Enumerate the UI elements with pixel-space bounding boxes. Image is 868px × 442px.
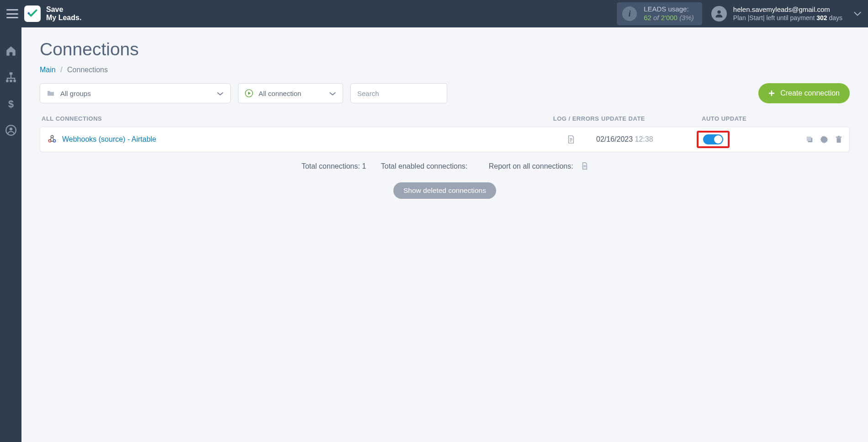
groups-select-label: All groups (60, 90, 91, 97)
auto-update-toggle[interactable] (703, 134, 723, 144)
svg-rect-2 (9, 72, 12, 75)
svg-text:$: $ (8, 98, 13, 110)
brand-name: Save My Leads. (46, 5, 81, 22)
auto-update-highlight (697, 131, 730, 148)
play-circle-icon (245, 89, 253, 97)
user-icon[interactable] (5, 124, 17, 136)
svg-rect-24 (838, 136, 840, 137)
groups-select[interactable]: All groups (40, 83, 231, 103)
plus-icon (768, 90, 775, 96)
log-button[interactable] (546, 135, 596, 144)
col-auto-update: AUTO UPDATE (702, 115, 793, 122)
sitemap-icon[interactable] (5, 71, 17, 83)
document-icon[interactable] (582, 162, 588, 170)
create-connection-button[interactable]: Create connection (758, 83, 850, 103)
folder-icon (47, 90, 55, 96)
app-header: Save My Leads. i LEADS usage: 62 of 2'00… (0, 0, 868, 27)
totals-bar: Total connections: 1 Total enabled conne… (40, 162, 850, 170)
svg-rect-23 (836, 137, 842, 138)
col-log-errors: LOG / ERRORS (551, 115, 601, 122)
breadcrumb-main[interactable]: Main (40, 66, 56, 74)
search-input[interactable] (357, 90, 440, 97)
svg-point-0 (28, 12, 30, 14)
gear-icon[interactable] (820, 135, 828, 144)
svg-rect-5 (13, 80, 16, 82)
home-icon[interactable] (5, 45, 17, 57)
svg-rect-22 (837, 138, 841, 143)
connection-row: Webhooks (source) - Airtable 02/16/2023 … (40, 127, 850, 152)
usage-panel[interactable]: i LEADS usage: 62 of 2'000 (3%) (617, 2, 702, 25)
check-icon (26, 7, 38, 21)
usage-label: LEADS usage: (644, 5, 694, 14)
svg-point-8 (9, 128, 12, 131)
copy-icon[interactable] (805, 135, 814, 144)
webhook-icon (48, 134, 57, 145)
search-input-wrap[interactable] (350, 83, 447, 103)
chevron-down-icon (217, 90, 224, 97)
svg-marker-10 (248, 91, 250, 95)
logo[interactable] (24, 5, 41, 22)
sidebar: $ (0, 27, 21, 442)
svg-rect-3 (6, 80, 8, 82)
account-email: helen.savemyleads@gmail.com (733, 5, 842, 14)
show-deleted-button[interactable]: Show deleted connections (393, 182, 496, 199)
info-icon: i (622, 6, 637, 21)
usage-value: 62 of 2'000 (3%) (644, 14, 694, 22)
svg-point-13 (48, 139, 51, 142)
connection-filter-select[interactable]: All connection (238, 83, 343, 103)
breadcrumb: Main / Connections (40, 66, 850, 74)
account-menu[interactable]: helen.savemyleads@gmail.com Plan |Start|… (711, 5, 842, 22)
connection-link[interactable]: Webhooks (source) - Airtable (62, 135, 156, 144)
svg-point-14 (53, 139, 55, 142)
update-date: 02/16/2023 12:38 (596, 135, 697, 144)
chevron-down-icon[interactable] (853, 10, 862, 18)
svg-point-1 (717, 11, 720, 14)
svg-rect-4 (10, 80, 12, 82)
col-update-date: UPDATE DATE (601, 115, 702, 122)
breadcrumb-current: Connections (67, 66, 108, 74)
trash-icon[interactable] (835, 135, 843, 144)
col-all-connections: ALL CONNECTIONS (42, 115, 551, 122)
chevron-down-icon (329, 90, 336, 97)
dollar-icon[interactable]: $ (5, 98, 17, 110)
account-plan: Plan |Start| left until payment 302 days (733, 14, 842, 22)
page-title: Connections (40, 39, 850, 59)
menu-icon[interactable] (6, 9, 18, 18)
avatar-icon (711, 6, 727, 21)
connection-filter-label: All connection (259, 90, 301, 97)
svg-rect-20 (807, 137, 811, 141)
